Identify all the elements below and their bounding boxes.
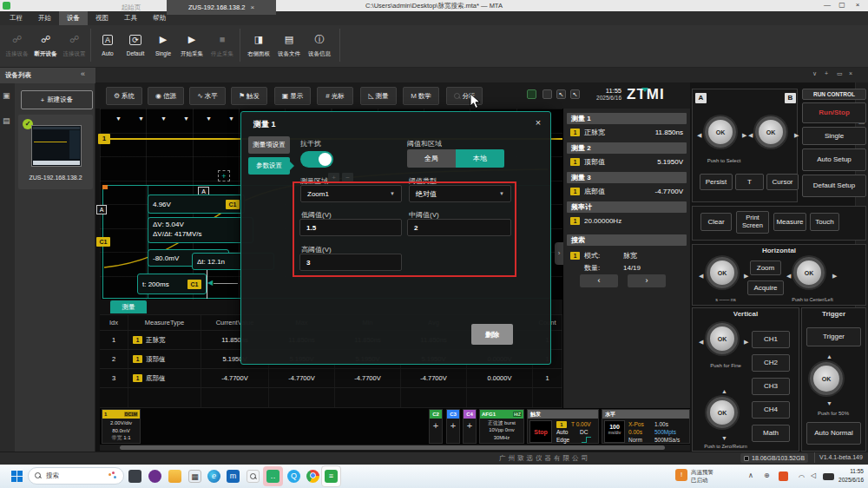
c1-left-badge[interactable]: C1 [96,237,110,247]
sidebar-collapse-button[interactable]: « [81,69,85,78]
tab-parameters[interactable]: 参数设置 [248,157,290,175]
afg1-status[interactable]: AFG1 HiZ 正弦波 burst 10Vpp 0mv 30MHz [479,409,524,444]
auto-normal-button[interactable]: Auto Normal [806,422,861,445]
tray-target-icon[interactable]: ⊕ [764,472,770,479]
channel3-add[interactable]: C3 + [446,409,460,444]
persist-button[interactable]: Persist [700,174,733,190]
taskbar-app-mta-active[interactable]: ≡ [325,470,338,483]
menu-start[interactable]: 开始 [30,11,59,25]
high-threshold-input[interactable]: 3 [299,254,402,271]
arrow-right-icon[interactable]: ▶ [744,273,748,280]
arrow-down-icon[interactable]: ▼ [721,435,727,441]
scope-measure-button[interactable]: ◺测量 [360,87,397,105]
camera-tray-icon[interactable] [823,473,834,480]
close-button[interactable]: × [852,1,864,9]
scope-system-button[interactable]: ⚙系统 [106,87,142,105]
mid-threshold-input[interactable]: 2 [407,219,511,236]
maximize-button[interactable]: ▢ [836,1,848,9]
scope-display-button[interactable]: ▣显示 [274,87,311,105]
taskbar-app-terminal[interactable] [128,470,141,483]
vertical-position-knob[interactable]: OK [707,397,738,428]
arrow-left-icon[interactable]: ◀ [748,132,753,139]
channel2-add[interactable]: C2 + [429,409,443,444]
delete-button[interactable]: 删除 [471,324,513,345]
volume-icon[interactable]: ◁ [811,472,816,479]
taskbar-app-wechat[interactable]: ‥ [266,470,279,483]
arrow-right-icon[interactable]: ▶ [742,132,746,139]
low-threshold-input[interactable]: 1.5 [299,219,402,236]
arrow-left-icon[interactable]: ◀ [699,339,703,346]
tray-red-app-icon[interactable] [779,472,788,481]
vertical-scale-knob[interactable]: OK [707,323,738,354]
trigger-level-knob[interactable]: OK [810,362,843,395]
arrow-right-icon[interactable]: ▶ [744,339,748,346]
taskbar-app-chrome[interactable] [306,470,319,483]
scope-source-button[interactable]: ◉信源 [148,87,184,105]
ch1-button[interactable]: CH1 [752,331,790,348]
measure-region-dropdown[interactable]: Zoom1 ▼ [300,185,402,202]
default-setup-button[interactable]: Default Setup [802,175,866,197]
panel-close-icon[interactable]: × [849,70,852,76]
search-prev-button[interactable]: ‹ [580,274,618,287]
arrow-left-icon[interactable]: ◀ [786,273,791,280]
channel1-status[interactable]: 1 DC1M 2.00V/div 80.0mV 带宽 1:1 [102,409,141,444]
tab-measure-items[interactable]: 测量项设置 [248,136,290,154]
search-next-button[interactable]: › [628,274,666,287]
single-button-panel[interactable]: Single [802,127,866,145]
t-button[interactable]: T [735,174,764,190]
auto-setup-button[interactable]: Auto Setup [802,148,866,171]
warning-tray-icon[interactable]: ! [675,469,687,481]
menu-device[interactable]: 设备 [59,11,88,25]
local-option[interactable]: 本地 [456,149,504,168]
tray-chevron-icon[interactable]: ∧ [748,472,753,479]
clear-button[interactable]: Clear [700,213,732,231]
math-button[interactable]: Math [752,425,790,442]
start-button[interactable] [11,471,23,482]
arrow-left-icon[interactable]: ◀ [699,273,703,280]
device-view-icon[interactable]: ▣ [3,91,10,100]
taskbar-search[interactable]: 搜索 [28,467,124,485]
minimize-button[interactable]: — [821,1,833,9]
tab-home[interactable]: 起始页 [97,0,165,15]
acquire-button[interactable]: Acquire [747,280,784,295]
trigger-status[interactable]: 触发 Stop 1 T 0.00V Auto DC Edge [527,409,599,444]
zoom-button[interactable]: Zoom [750,260,781,275]
menu-project[interactable]: 工程 [2,11,30,25]
scope-cursor-button[interactable]: #光标 [317,87,353,105]
taskbar-app-edge[interactable]: e [207,470,220,483]
arrow-right-icon[interactable]: ▶ [794,132,799,139]
touch-button[interactable]: Touch [810,213,839,231]
usb-screen-icon[interactable] [527,89,536,99]
threshold-type-dropdown[interactable]: 绝对值 ▼ [409,185,511,202]
knob-b[interactable]: OK [755,116,786,148]
arrow-left-icon[interactable]: ◀ [697,132,701,139]
add-zoom-icon[interactable]: + [218,170,230,181]
mouse-mode-icon[interactable]: ↖ [556,89,566,99]
measure-table-tab[interactable]: 测量 [110,300,147,313]
panel-pin-icon[interactable]: ∨ [812,70,817,77]
global-option[interactable]: 全局 [407,149,456,168]
tab-close-icon[interactable]: × [250,0,254,15]
anti-jitter-toggle[interactable] [300,151,333,168]
taskbar-app-q[interactable]: Q [287,470,300,483]
scope-math-button[interactable]: M数学 [403,87,439,105]
ch2-button[interactable]: CH2 [752,354,790,372]
taskbar-clock[interactable]: 11:55 2025/6/16 [838,467,864,485]
taskbar-app-explorer[interactable] [168,470,181,483]
run-stop-button[interactable]: Run/Stop [802,102,866,123]
cursor-button[interactable]: Cursor [766,174,799,190]
horizontal-position-knob[interactable]: OK [793,257,825,288]
panel-collapse-handle[interactable]: › [555,242,563,265]
horizontal-status[interactable]: 水平 100 ms/div X-Pos 1.00s 0.00s 500Mpts … [602,409,690,444]
dialog-close-icon[interactable]: × [531,115,545,129]
arrow-right-icon[interactable]: ▶ [832,273,837,280]
project-folder-icon[interactable]: ▤ [3,116,10,125]
trigger-menu-button[interactable]: Trigger [806,327,861,346]
print-screen-button[interactable]: Print Screen [736,211,769,234]
taskbar-app-blue-m[interactable]: m [227,470,240,483]
panel-add-icon[interactable]: + [825,70,828,76]
channel4-add[interactable]: C4 + [463,409,477,444]
panel-float-icon[interactable]: ▭ [837,70,843,77]
storage-icon[interactable] [542,89,552,99]
taskbar-app-calculator[interactable]: ▦ [188,470,201,483]
